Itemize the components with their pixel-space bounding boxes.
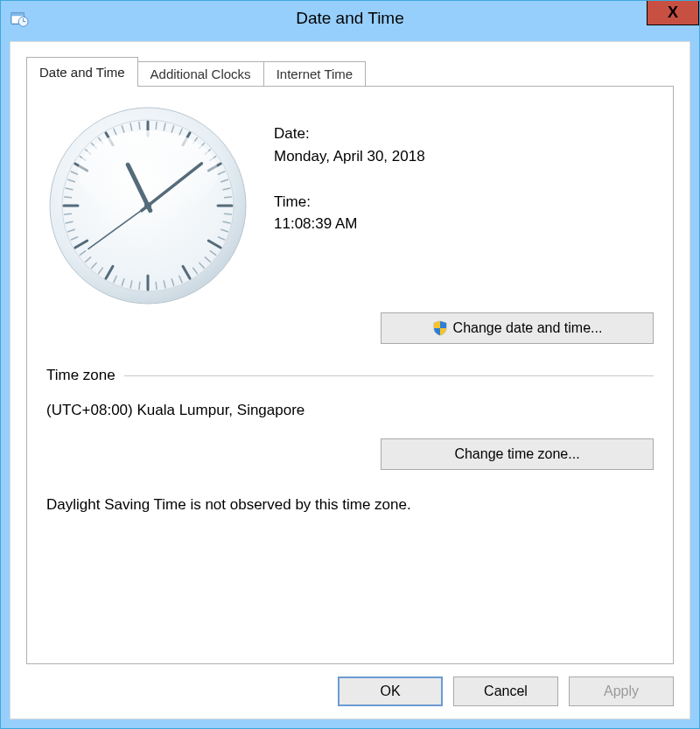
timezone-separator: Time zone xyxy=(46,367,654,384)
analog-clock xyxy=(46,104,249,307)
change-timezone-row: Change time zone... xyxy=(46,438,654,470)
svg-line-66 xyxy=(139,123,140,130)
date-time-info: Date: Monday, April 30, 2018 Time: 11:08… xyxy=(274,104,654,259)
svg-line-36 xyxy=(156,283,157,290)
button-label: Cancel xyxy=(484,683,528,699)
date-label: Date: xyxy=(274,123,654,144)
button-label: OK xyxy=(380,683,400,699)
tab-label: Date and Time xyxy=(39,65,125,80)
svg-line-21 xyxy=(225,197,232,198)
date-value: Monday, April 30, 2018 xyxy=(274,146,654,167)
dst-note: Daylight Saving Time is not observed by … xyxy=(46,496,654,514)
svg-line-53 xyxy=(65,197,72,198)
cancel-button[interactable]: Cancel xyxy=(453,676,558,706)
window-title: Date and Time xyxy=(1,9,699,28)
date-time-icon xyxy=(10,9,29,28)
svg-point-71 xyxy=(144,202,151,209)
tab-label: Additional Clocks xyxy=(150,67,251,81)
uac-shield-icon xyxy=(432,320,448,336)
apply-button[interactable]: Apply xyxy=(569,676,674,706)
tab-date-and-time[interactable]: Date and Time xyxy=(26,57,138,87)
button-label: Change time zone... xyxy=(454,446,579,462)
close-button[interactable]: X xyxy=(647,1,699,25)
time-label: Time: xyxy=(274,192,654,213)
ok-button[interactable]: OK xyxy=(338,676,443,706)
tab-label: Internet Time xyxy=(276,67,354,81)
time-value: 11:08:39 AM xyxy=(274,214,654,235)
button-label: Apply xyxy=(604,683,639,699)
svg-line-8 xyxy=(156,123,157,130)
svg-line-51 xyxy=(65,214,72,214)
dialog-button-row: OK Cancel Apply xyxy=(26,664,674,706)
separator-line xyxy=(124,375,654,376)
change-date-time-row: Change date and time... xyxy=(46,312,654,344)
tab-panel-date-and-time: Date: Monday, April 30, 2018 Time: 11:08… xyxy=(26,86,674,664)
timezone-section-label: Time zone xyxy=(46,367,116,384)
tabstrip: Date and Time Additional Clocks Internet… xyxy=(26,56,674,86)
tab-internet-time[interactable]: Internet Time xyxy=(263,61,367,86)
date-and-time-window: Date and Time X Date and Time Additional… xyxy=(0,0,700,729)
button-label: Change date and time... xyxy=(453,320,603,336)
client-area: Date and Time Additional Clocks Internet… xyxy=(10,41,690,719)
change-timezone-button[interactable]: Change time zone... xyxy=(381,438,654,470)
change-date-time-button[interactable]: Change date and time... xyxy=(381,312,654,344)
timezone-value: (UTC+08:00) Kuala Lumpur, Singapore xyxy=(46,402,654,419)
date-time-row: Date: Monday, April 30, 2018 Time: 11:08… xyxy=(46,104,654,307)
svg-rect-1 xyxy=(11,13,24,17)
svg-line-23 xyxy=(225,214,232,214)
titlebar: Date and Time X xyxy=(1,1,699,36)
tab-additional-clocks[interactable]: Additional Clocks xyxy=(137,61,264,86)
svg-line-38 xyxy=(139,283,140,290)
close-icon: X xyxy=(668,4,678,22)
